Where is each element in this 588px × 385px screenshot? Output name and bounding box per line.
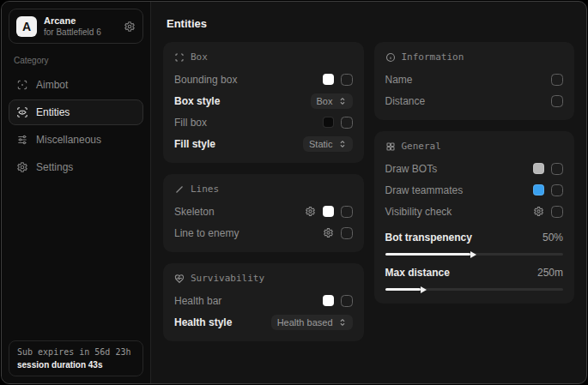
dropdown-value: Static [309,139,333,149]
row-name: Name [385,70,564,88]
grid-icon [385,141,396,152]
sidebar-item-aimbot[interactable]: Aimbot [9,72,143,98]
app-name: Arcane [44,15,117,26]
distance-checkbox[interactable] [551,95,563,107]
box-brackets-icon [174,52,185,63]
panel-title: Survivability [191,273,264,284]
line-to-enemy-checkbox[interactable] [341,227,353,239]
panel-general: General Draw BOTs Draw teammates [374,131,575,304]
sidebar-item-miscellaneous[interactable]: Miscellaneous [9,127,143,153]
color-swatch[interactable] [323,74,334,85]
row-fill-box: Fill box [174,113,353,131]
row-max-distance: Max distance 250m [385,263,564,281]
row-bot-transparency: Bot transpenency 50% [385,228,564,246]
max-distance-slider[interactable] [385,288,564,291]
right-column: Information Name Distance [374,42,575,304]
panel-information: Information Name Distance [374,42,575,120]
row-line-to-enemy: Line to enemy [174,224,353,242]
max-distance-value: 250m [537,267,563,279]
line-to-enemy-settings-gear-icon[interactable] [323,227,334,238]
draw-bots-checkbox[interactable] [551,163,563,175]
row-draw-bots: Draw BOTs [385,159,564,177]
color-swatch[interactable] [323,295,334,306]
fill-style-dropdown[interactable]: Static [303,136,353,152]
sidebar-item-settings[interactable]: Settings [9,154,143,180]
row-label: Name [385,74,413,86]
row-label: Line to enemy [174,227,239,239]
chevrons-up-down-icon [338,318,347,327]
row-skeleton: Skeleton [174,202,353,220]
row-bounding-box: Bounding box [174,70,353,88]
draw-teammates-checkbox[interactable] [551,184,563,196]
row-draw-teammates: Draw teammates [385,181,564,199]
color-swatch[interactable] [533,163,544,174]
app-header-card: A Arcane for Battlefield 6 [9,9,143,44]
row-visibility-check: Visibility check [385,202,564,220]
row-fill-style: Fill style Static [174,135,353,153]
panel-title: General [402,141,441,152]
color-swatch[interactable] [533,184,544,196]
row-label: Health bar [174,295,221,307]
skeleton-checkbox[interactable] [341,206,353,218]
row-label: Bounding box [174,74,237,86]
chevrons-up-down-icon [338,97,347,105]
info-icon [385,52,396,63]
row-label: Draw BOTs [385,163,438,175]
panel-survivability: Survivability Health bar Health style [163,263,364,341]
visibility-check-checkbox[interactable] [551,206,563,218]
panel-information-header: Information [385,51,564,63]
row-label: Fill style [174,138,215,150]
panel-box-header: Box [174,51,353,63]
visibility-settings-gear-icon[interactable] [533,206,544,217]
bounding-box-checkbox[interactable] [341,74,353,86]
color-swatch[interactable] [323,206,334,217]
chevrons-up-down-icon [338,140,347,148]
row-label: Skeleton [174,206,215,218]
panel-title: Lines [191,183,219,195]
panel-general-header: General [385,141,564,152]
slider-fill [385,253,471,256]
fill-box-checkbox[interactable] [341,117,353,129]
session-duration-text: session duration 43s [17,360,135,370]
app-subtitle: for Battlefield 6 [44,27,117,37]
crosshair-icon [16,79,28,91]
row-health-style: Health style Health based [174,313,353,331]
sidebar-item-label: Entities [36,106,70,118]
row-label: Bot transpenency [385,232,472,244]
sidebar-item-label: Miscellaneous [36,134,101,146]
sliders-icon [16,134,28,146]
left-column: Box Bounding box Box style Box [163,42,364,341]
sidebar-item-label: Settings [36,161,73,173]
panel-survivability-header: Survivability [174,273,353,284]
row-label: Draw teammates [385,184,464,196]
health-style-dropdown[interactable]: Health based [271,315,353,330]
panel-title: Information [402,51,464,63]
slider-thumb[interactable] [470,251,476,258]
row-label: Distance [385,95,426,107]
max-distance-block: Max distance 250m [385,263,564,291]
page-title: Entities [167,17,574,30]
sidebar-item-label: Aimbot [36,79,68,91]
health-bar-checkbox[interactable] [341,295,353,307]
category-label: Category [14,56,138,65]
line-icon [174,184,185,195]
main-content: Entities Box Bounding box [151,2,586,383]
box-style-dropdown[interactable]: Box [311,93,353,109]
row-label: Health style [174,316,232,328]
sidebar-item-entities[interactable]: Entities [9,99,143,125]
app-logo: A [16,16,37,37]
panel-title: Box [191,51,208,63]
color-swatch[interactable] [323,117,334,128]
name-checkbox[interactable] [551,74,563,86]
row-label: Box style [174,95,220,107]
header-gear-icon[interactable] [124,21,136,33]
slider-thumb[interactable] [421,286,427,293]
row-label: Visibility check [385,206,452,218]
app-meta: Arcane for Battlefield 6 [44,15,117,37]
row-label: Fill box [174,117,207,129]
panel-lines-header: Lines [174,183,353,195]
slider-fill [385,288,421,291]
skeleton-settings-gear-icon[interactable] [305,206,316,217]
bot-transparency-slider[interactable] [385,253,564,256]
gear-icon [16,161,28,173]
